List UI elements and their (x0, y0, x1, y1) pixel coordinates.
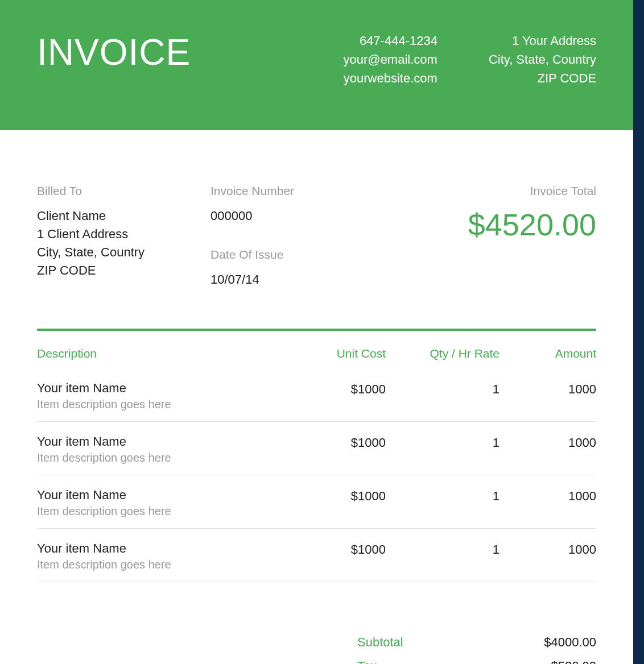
subtotal-value: $4000.00 (544, 635, 596, 650)
tax-row: Tax $520.00 (357, 654, 596, 664)
item-description: Item description goes here (37, 505, 272, 518)
col-description: Description (37, 347, 272, 360)
client-address-line1: 1 Client Address (37, 225, 210, 243)
address-zip: ZIP CODE (489, 69, 596, 88)
contact-website: yourwebsite.com (344, 69, 437, 88)
item-row: Your item NameItem description goes here… (37, 422, 596, 475)
item-description: Item description goes here (37, 558, 272, 571)
date-of-issue-label: Date Of Issue (210, 248, 370, 262)
item-description: Item description goes here (37, 451, 272, 464)
invoice-total-block: Invoice Total $4520.00 (370, 184, 596, 289)
item-row: Your item NameItem description goes here… (37, 375, 596, 422)
items-header-row: Description Unit Cost Qty / Hr Rate Amou… (37, 331, 596, 375)
totals-section: Subtotal $4000.00 Tax $520.00 (0, 582, 633, 664)
client-zip: ZIP CODE (37, 262, 210, 280)
tax-value: $520.00 (551, 659, 596, 664)
item-qty: 1 (386, 488, 499, 518)
invoice-title: INVOICE (37, 31, 191, 73)
col-amount: Amount (499, 347, 596, 360)
item-unit-cost: $1000 (272, 488, 386, 518)
address-line2: City, State, Country (489, 50, 596, 69)
col-unit-cost: Unit Cost (272, 347, 386, 360)
invoice-meta: Billed To Client Name 1 Client Address C… (0, 130, 633, 329)
item-name: Your item Name (37, 488, 272, 503)
item-amount: 1000 (499, 434, 596, 464)
tax-label: Tax (357, 659, 377, 664)
date-of-issue-value: 10/07/14 (210, 271, 370, 289)
billed-to-label: Billed To (37, 184, 210, 198)
invoice-total-value: $4520.00 (370, 207, 596, 242)
item-amount: 1000 (499, 541, 596, 571)
header-info: 647-444-1234 your@email.com yourwebsite.… (344, 31, 597, 88)
items-section: Description Unit Cost Qty / Hr Rate Amou… (0, 329, 633, 582)
items-body: Your item NameItem description goes here… (37, 375, 596, 582)
item-unit-cost: $1000 (272, 541, 386, 571)
window-edge-strip (633, 0, 644, 664)
item-qty: 1 (386, 541, 499, 571)
item-qty: 1 (386, 434, 499, 464)
invoice-id-block: Invoice Number 000000 Date Of Issue 10/0… (210, 184, 370, 289)
item-row: Your item NameItem description goes here… (37, 529, 596, 582)
billed-to-block: Billed To Client Name 1 Client Address C… (37, 184, 210, 289)
invoice-header: INVOICE 647-444-1234 your@email.com your… (0, 0, 633, 130)
item-name: Your item Name (37, 434, 272, 449)
item-qty: 1 (386, 381, 499, 411)
invoice-number-value: 000000 (210, 207, 370, 225)
invoice-number-label: Invoice Number (210, 184, 370, 198)
item-unit-cost: $1000 (272, 434, 386, 464)
item-row: Your item NameItem description goes here… (37, 475, 596, 529)
item-amount: 1000 (499, 488, 596, 518)
address-line1: 1 Your Address (489, 31, 596, 50)
contact-block: 647-444-1234 your@email.com yourwebsite.… (344, 31, 437, 88)
client-address-line2: City, State, Country (37, 243, 210, 262)
subtotal-label: Subtotal (357, 635, 403, 650)
item-description: Item description goes here (37, 398, 272, 411)
contact-email: your@email.com (344, 50, 437, 69)
item-name: Your item Name (37, 381, 272, 396)
invoice-total-label: Invoice Total (370, 184, 596, 198)
client-name: Client Name (37, 207, 210, 225)
item-amount: 1000 (499, 381, 596, 411)
address-block: 1 Your Address City, State, Country ZIP … (489, 31, 596, 88)
contact-phone: 647-444-1234 (344, 31, 437, 50)
item-name: Your item Name (37, 541, 272, 556)
item-unit-cost: $1000 (272, 381, 386, 411)
invoice-page: INVOICE 647-444-1234 your@email.com your… (0, 0, 633, 664)
subtotal-row: Subtotal $4000.00 (357, 630, 596, 654)
col-qty: Qty / Hr Rate (386, 347, 499, 360)
